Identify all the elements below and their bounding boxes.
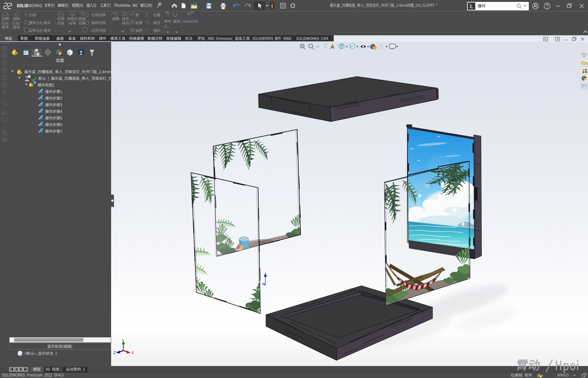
svg-text:Z: Z (113, 351, 116, 355)
svg-text:Y: Y (122, 338, 124, 343)
svg-text:X: X (131, 351, 134, 355)
